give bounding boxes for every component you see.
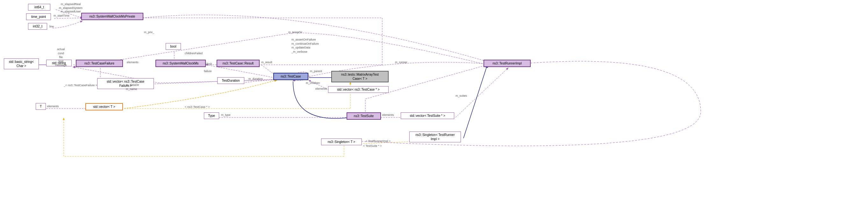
node-vector-TestCaseFailure: std::vector< ns3::TestCaseFailure > [97,78,154,89]
node-time_point: time_point [26,13,51,20]
label-fields: actualcondfilelimitmessage [55,47,67,67]
label-mstarttime: m_startTime [54,14,69,17]
svg-line-23 [456,68,508,117]
label-elements-T: elements [47,105,59,108]
node-basic_string: std::basic_string<Char > [4,58,39,69]
label-elements2: elements [315,87,327,90]
label-mchildren: m_children [306,81,320,85]
node-vector-TestCase: std::vector< ns3::TestCase * > [328,86,389,93]
arrows-svg [0,0,868,218]
label-line: line [50,25,54,28]
svg-line-1 [54,18,82,19]
label-mpriv: m_priv_ [144,31,154,34]
node-TestCaseFailure: ns3::TestCaseFailure [76,60,123,67]
node-Type: Type [204,112,219,119]
node-Singleton-T: ns3::Singleton< T > [321,138,362,145]
node-int64_t: int64_t [28,4,50,10]
node-TestCaseResult: ns3::TestCase::Result [217,60,259,67]
node-SystemWallClockMsPrivate: ns3::SystemWallClockMsPrivate [81,13,143,20]
label-mtempdir: m_tempDir [288,31,302,34]
label-mrunner: m_runner [395,61,407,64]
node-TestRunnerImpl: ns3::TestRunnerImpl [484,60,531,67]
label-failure: failure [204,70,212,73]
label-ns3testcasefailure: _< ns3::TestCaseFailure > [64,84,97,87]
label-testrunnerimpl-arr: < TestRunnerImpl > [366,139,391,143]
node-SystemWallClockMs: ns3::SystemWallClockMs [155,60,206,67]
node-vector-TestSuite: std::vector< TestSuite * > [401,112,454,119]
node-TestSuite: ns3::TestSuite [347,112,381,120]
label-testsuite-ptr: < TestSuite * > [363,144,381,147]
node-Singleton-TestRunnerImpl: ns3::Singleton< TestRunnerImpl > [409,132,461,142]
node-TestCase: ns3::TestCase [273,73,308,80]
label-elements1: elements [127,61,138,64]
diagram-container: int64_t m_elapsedRealm_elapsedSystemm_el… [0,0,868,218]
node-MatrixArrayTestCase: ns3::tests::MatrixArrayTestCase< T > [331,71,389,82]
label-msuites: m_suites [456,94,467,97]
label-mduration: m_duration [248,77,263,80]
node-vector-T: std::vector< T > [85,103,123,110]
label-mresult: m_result [261,61,272,64]
label-childrenfailed: childrenFailed [185,52,203,55]
svg-line-27 [463,65,487,138]
label-elements3: elements [382,113,394,116]
label-massert: m_assertOnFailurem_continueOnFailurem_up… [291,38,319,54]
node-TestDuration: TestDuration [217,77,244,84]
node-bool: bool [166,43,181,50]
node-T: T [36,103,46,110]
node-int32_t: int32_t [28,23,47,30]
label-mparent: m_parent [310,70,322,73]
label-melapsed: m_elapsedRealm_elapsedSystemm_elapsedUse… [59,3,83,14]
label-mdatadir: m_dataDirm_name [126,83,139,91]
label-mtype: m_type [221,113,230,116]
label-clock: clock [206,62,212,65]
label-testcase-ptr: < ns3::TestCase * > [185,105,210,109]
